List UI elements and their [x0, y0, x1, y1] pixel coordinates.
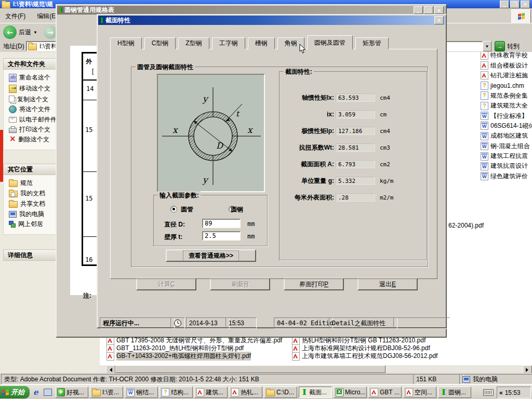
- file-item[interactable]: 绿色建筑评价: [481, 171, 532, 181]
- dialog-titlebar[interactable]: I 截面特性 ×: [98, 16, 445, 25]
- go-button[interactable]: → 转到: [495, 41, 520, 51]
- back-dropdown-icon[interactable]: ▼: [33, 30, 37, 35]
- file-item[interactable]: 规范条例全集: [481, 91, 532, 101]
- taskbar-button[interactable]: 圆钢...: [438, 387, 471, 398]
- sidebar-task-item[interactable]: 以电子邮件件: [9, 116, 61, 123]
- minimize-button[interactable]: _: [414, 6, 423, 14]
- file-item[interactable]: 上海市标准网架结构设计规程DBJ08-52-96.pdf: [292, 344, 437, 352]
- ie-quicklaunch-icon[interactable]: e: [33, 388, 38, 397]
- file-item[interactable]: 上海市建筑幕墙工程技术规范DGJ08-56-2012.pdf: [292, 352, 437, 360]
- taskbar-button-icon: [196, 388, 204, 396]
- dialog-button[interactable]: 退出E: [357, 278, 418, 290]
- menu-item[interactable]: 编辑(E): [37, 12, 58, 21]
- sidebar-task-item[interactable]: 打印这个文: [9, 126, 61, 133]
- file-icon: [107, 352, 114, 361]
- taskbar-button[interactable]: I:\资...: [90, 387, 123, 398]
- file-item[interactable]: GB-T+10433-2002+电弧螺柱焊用圆柱头焊钉.pdf: [107, 352, 282, 360]
- tab[interactable]: 圆钢及圆管: [307, 35, 353, 50]
- file-item[interactable]: 钻孔灌注桩施: [481, 71, 532, 81]
- dialog-button[interactable]: 计算C: [136, 278, 196, 290]
- sidebar-task-item[interactable]: 重命名这个: [9, 74, 61, 82]
- keyboard-icon: [483, 389, 494, 396]
- taskbar-button[interactable]: 钢结...: [125, 387, 158, 398]
- file-item[interactable]: 06SG614-1砌体: [481, 121, 532, 131]
- file-icon: [481, 71, 488, 79]
- taskbar-button[interactable]: GBT ...: [368, 387, 402, 398]
- spec-window-titlebar[interactable]: I 圆钢管通用规格表 _ □ ×: [57, 6, 445, 15]
- tab[interactable]: C型钢: [144, 37, 176, 49]
- file-item[interactable]: 建筑规范大全: [481, 101, 532, 111]
- sidebar-task-item[interactable]: 复制这个文: [9, 96, 61, 103]
- taskbar-button[interactable]: 热轧...: [229, 387, 262, 398]
- menu-item[interactable]: 文件(F): [5, 12, 25, 21]
- taskbar-button[interactable]: 好视...: [55, 387, 88, 398]
- scrollbar-thumb[interactable]: [115, 365, 385, 373]
- taskbar-button[interactable]: 空间...: [403, 387, 436, 398]
- clock-icon: [174, 319, 182, 327]
- file-item[interactable]: 组合楼板设计: [481, 60, 532, 70]
- file-item-fragment[interactable]: 62-2004).pdf: [448, 222, 484, 229]
- tab[interactable]: 槽钢: [248, 37, 275, 49]
- close-button[interactable]: ×: [434, 16, 444, 24]
- minimize-button[interactable]: _: [500, 1, 509, 8]
- tab[interactable]: 工字钢: [212, 37, 245, 49]
- status-clock-cell: [170, 317, 185, 329]
- desktop-quicklaunch-icon[interactable]: [44, 389, 52, 396]
- tab[interactable]: Z型钢: [178, 37, 209, 49]
- file-item[interactable]: 热轧H型钢和剖分T型钢 GB T11263-2010.pdf: [292, 337, 437, 344]
- file-icon: [481, 162, 488, 170]
- system-tray: « 15:53: [497, 387, 531, 398]
- sidebar-place-item[interactable]: 共享文档: [9, 200, 61, 208]
- file-item[interactable]: 建筑工程抗震: [481, 151, 532, 161]
- file-item[interactable]: GBT 17395-2008 无缝钢管尺寸、外形、重量及允许偏差.pdf: [107, 337, 282, 344]
- close-button[interactable]: ×: [521, 1, 530, 8]
- dialog-statusbar: 程序运行中... 2014-9-13 15:53 04-04-02 Editio…: [100, 317, 446, 328]
- dialog-button[interactable]: 界面打印P: [284, 278, 344, 290]
- sidebar-task-item[interactable]: 删除这个文: [9, 136, 61, 143]
- back-icon[interactable]: ←: [3, 25, 17, 39]
- taskbar-button[interactable]: Micro...: [334, 387, 367, 398]
- tray-clock[interactable]: 15:53: [505, 389, 521, 396]
- start-button[interactable]: 开始: [0, 386, 30, 398]
- explorer-statusbar: 类型: Adobe Acrobat Document 作者: TH-OCR 20…: [0, 373, 532, 384]
- file-item[interactable]: 建筑抗震设计: [481, 161, 532, 171]
- restore-button[interactable]: ❐: [510, 1, 520, 8]
- file-item[interactable]: 钢-混凝土组合: [481, 141, 532, 151]
- file-item[interactable]: 成都地区建筑: [481, 131, 532, 141]
- tab[interactable]: H型钢: [110, 37, 142, 49]
- dialog-title: 截面特性: [105, 16, 130, 25]
- input-method-button[interactable]: [482, 388, 495, 397]
- taskbar-button-icon: [266, 390, 275, 396]
- taskbar-button[interactable]: 结构...: [159, 387, 193, 398]
- taskbar-button[interactable]: 截面...: [299, 387, 332, 398]
- tray-collapse-button[interactable]: «: [499, 389, 503, 396]
- sidebar-place-item[interactable]: 我的电脑: [9, 210, 61, 218]
- go-icon: →: [495, 41, 505, 51]
- tab[interactable]: 矩形管: [355, 37, 389, 49]
- sidebar-place-item[interactable]: 我的文档: [9, 190, 61, 197]
- spec-window-title: 圆钢管通用规格表: [64, 6, 114, 15]
- address-dropdown-button[interactable]: ▼: [483, 41, 491, 51]
- file-item[interactable]: 【行业标准】: [481, 111, 532, 121]
- taskbar-button[interactable]: 建筑...: [194, 387, 228, 398]
- status-info: 类型: Adobe Acrobat Document 作者: TH-OCR 20…: [1, 374, 418, 384]
- sidebar-place-item[interactable]: 规范: [9, 179, 61, 187]
- taskbar-button[interactable]: C:\D...: [264, 387, 297, 398]
- explorer-title: I:\资料\规范\规: [13, 0, 53, 9]
- taskbar-button-icon: [57, 388, 65, 396]
- maximize-button[interactable]: □: [424, 6, 433, 14]
- sidebar-task-item[interactable]: 移动这个文: [9, 85, 61, 93]
- dialog-button[interactable]: 刷新R: [210, 278, 270, 290]
- sidebar-place-item[interactable]: 网上邻居: [9, 220, 61, 228]
- taskbar-button-icon: [440, 389, 447, 396]
- taskbar-button-icon: [127, 388, 135, 396]
- task-icon: [9, 128, 17, 133]
- note-label: 注:: [83, 291, 91, 300]
- file-item[interactable]: jiegou1.chm: [481, 81, 532, 90]
- file-item[interactable]: GBT_11263-2010_热轧H型钢和剖分T型钢.pdf: [107, 344, 282, 352]
- back-label[interactable]: 后退: [19, 28, 31, 37]
- sidebar-task-item[interactable]: 将这个文件: [9, 105, 61, 113]
- file-item[interactable]: 特殊教育学校: [481, 52, 532, 60]
- close-button[interactable]: ×: [434, 6, 444, 14]
- horizontal-scrollbar[interactable]: [100, 365, 532, 373]
